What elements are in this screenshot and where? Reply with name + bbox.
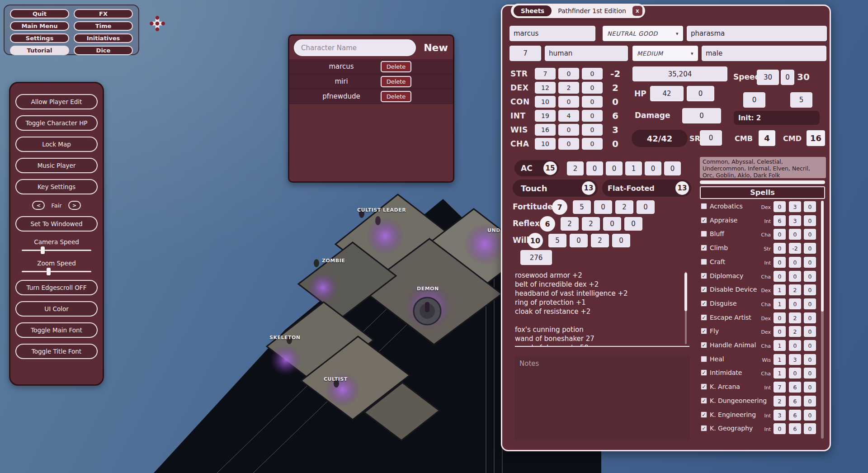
delete-character-button[interactable]: Delete [381,61,411,72]
skill-value-input[interactable] [789,271,801,282]
save-field-input[interactable] [603,217,621,231]
skill-value-input[interactable] [804,423,816,434]
skill-value-input[interactable] [804,312,816,323]
skill-value-input[interactable] [774,298,786,309]
skill-value-input[interactable] [774,423,786,434]
set-to-windowed-button[interactable]: Set To Windowed [15,216,98,232]
race-input[interactable] [545,46,628,61]
new-character-button[interactable]: New [420,40,452,56]
slider-thumb[interactable] [47,268,51,275]
menu-button-dice[interactable]: Dice [74,46,133,55]
tool-button-allow-player-edit[interactable]: Allow Player Edit [15,94,98,109]
slider-track-zoom-speed[interactable] [22,271,91,272]
skill-value-input[interactable] [789,340,801,351]
skill-value-input[interactable] [789,326,801,337]
sr-input[interactable] [700,130,722,146]
skill-checkbox[interactable]: ✓ [701,245,707,251]
tool-button-key-settings[interactable]: Key Settings [15,179,98,194]
skill-value-input[interactable] [789,257,801,268]
skill-checkbox[interactable]: ✓ [701,328,707,334]
ability-base-input[interactable] [535,96,556,108]
slider-thumb[interactable] [41,246,45,254]
skill-value-input[interactable] [789,423,801,434]
skill-value-input[interactable] [804,382,816,393]
menu-button-settings[interactable]: Settings [10,33,69,43]
hp-temp-input[interactable] [687,86,714,101]
skill-value-input[interactable] [804,215,816,226]
skill-value-input[interactable] [789,284,801,295]
skill-checkbox[interactable] [701,203,707,209]
skill-value-input[interactable] [789,201,801,212]
ability-misc-input[interactable] [582,124,603,136]
ability-bonus-input[interactable] [558,96,579,108]
skill-value-input[interactable] [789,215,801,226]
ability-base-input[interactable] [535,68,556,80]
ability-base-input[interactable] [535,124,556,136]
inventory-textarea[interactable]: rosewood armor +2belt of incredible dex … [515,271,689,347]
fair-next-button[interactable]: > [68,201,81,210]
ability-base-input[interactable] [535,110,556,122]
skill-value-input[interactable] [774,396,786,407]
save-field-input[interactable] [624,217,642,231]
skill-checkbox[interactable]: ✓ [701,342,707,348]
skill-value-input[interactable] [804,410,816,421]
skill-value-input[interactable] [789,312,801,323]
skill-checkbox[interactable]: ✓ [701,217,707,223]
skill-value-input[interactable] [774,215,786,226]
ability-misc-input[interactable] [582,138,603,150]
ability-base-input[interactable] [535,138,556,150]
skill-value-input[interactable] [804,368,816,378]
delete-character-button[interactable]: Delete [381,91,411,102]
ac-field-input[interactable] [664,161,681,175]
skill-value-input[interactable] [774,243,786,254]
ability-bonus-input[interactable] [558,110,579,122]
menu-button-main-menu[interactable]: Main Menu [10,21,69,31]
fair-prev-button[interactable]: < [32,201,45,210]
menu-button-time[interactable]: Time [74,21,133,31]
save-field-input[interactable] [582,217,600,231]
ac-field-input[interactable] [567,161,584,175]
deity-input[interactable] [687,26,827,41]
ac-field-input[interactable] [586,161,603,175]
skill-value-input[interactable] [774,382,786,393]
skill-value-input[interactable] [774,368,786,378]
ac-field-input[interactable] [606,161,623,175]
ability-bonus-input[interactable] [558,138,579,150]
delete-character-button[interactable]: Delete [381,76,411,87]
skill-value-input[interactable] [804,354,816,365]
ac-field-input[interactable] [625,161,642,175]
character-name-input[interactable] [294,39,416,56]
tool-button-music-player[interactable]: Music Player [15,158,98,173]
ability-misc-input[interactable] [582,82,603,94]
tool-button-toggle-title-font[interactable]: Toggle Title Font [15,344,98,359]
skill-value-input[interactable] [789,298,801,309]
ability-bonus-input[interactable] [558,124,579,136]
skill-value-input[interactable] [804,229,816,240]
skill-value-input[interactable] [789,243,801,254]
skill-value-input[interactable] [774,257,786,268]
alignment-select[interactable]: NEUTRAL GOOD ▾ [603,26,683,41]
save-field-input[interactable] [561,217,579,231]
skill-value-input[interactable] [774,312,786,323]
skill-value-input[interactable] [804,284,816,295]
skill-value-input[interactable] [789,396,801,407]
skill-value-input[interactable] [774,271,786,282]
languages-scrollbar[interactable] [700,180,825,184]
close-icon[interactable]: x [632,6,642,16]
skill-value-input[interactable] [789,368,801,378]
save-field-input[interactable] [637,200,655,214]
speed-extra-input-2[interactable] [790,92,812,108]
ability-misc-input[interactable] [582,68,603,80]
ability-base-input[interactable] [535,82,556,94]
menu-button-tutorial[interactable]: Tutorial [10,46,69,55]
level-input[interactable] [509,46,541,61]
ability-misc-input[interactable] [582,96,603,108]
tool-button-lock-map[interactable]: Lock Map [15,137,98,152]
skills-scrollbar-thumb[interactable] [821,201,824,312]
menu-button-quit[interactable]: Quit [10,9,69,19]
skill-checkbox[interactable]: ✓ [701,286,707,293]
character-name[interactable]: pfnewdude [307,89,375,104]
skill-checkbox[interactable]: ✓ [701,412,707,418]
xp-input[interactable] [632,66,727,81]
skill-checkbox[interactable] [701,259,707,265]
